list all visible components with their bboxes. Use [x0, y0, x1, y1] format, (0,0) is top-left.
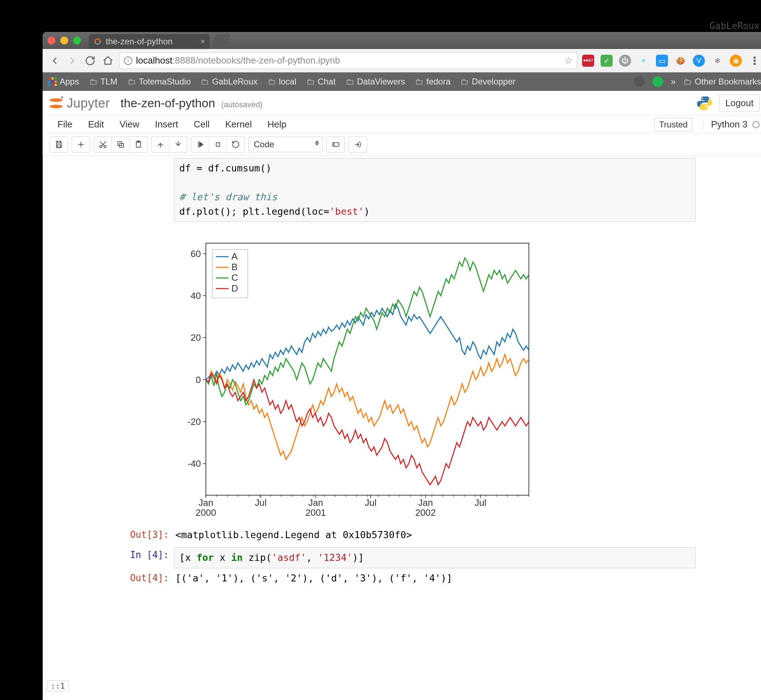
apps-button[interactable]: Apps: [48, 77, 79, 87]
extension-window-icon[interactable]: ▭: [656, 55, 668, 67]
site-info-icon[interactable]: i: [124, 56, 133, 65]
save-button[interactable]: [50, 137, 68, 152]
extension-cookie-icon[interactable]: 🍪: [674, 55, 686, 67]
run-button[interactable]: [191, 137, 209, 152]
move-up-button[interactable]: [152, 137, 169, 152]
svg-text:0: 0: [196, 375, 201, 385]
bookmarks-overflow[interactable]: »: [671, 77, 675, 87]
folder-icon: 🗀: [306, 77, 315, 87]
celltype-select[interactable]: Code: [248, 137, 323, 152]
extension-vimium-icon[interactable]: V: [693, 55, 705, 67]
menu-cell[interactable]: Cell: [186, 119, 217, 130]
svg-rect-3: [58, 141, 60, 143]
svg-text:Jul: Jul: [475, 497, 486, 508]
notebook-title[interactable]: the-zen-of-python (autosaved): [121, 96, 263, 110]
svg-text:Jan: Jan: [418, 497, 433, 508]
menu-kernel[interactable]: Kernel: [217, 119, 259, 130]
other-bookmarks[interactable]: 🗀Other Bookmarks: [683, 77, 761, 87]
output-cell: Out[3]: <matplotlib.legend.Legend at 0x1…: [114, 527, 696, 542]
restart-button[interactable]: [227, 137, 245, 152]
zoom-window-button[interactable]: [73, 37, 81, 44]
svg-text:Jul: Jul: [255, 497, 267, 508]
minimize-window-button[interactable]: [60, 37, 68, 44]
folder-icon: 🗀: [683, 77, 692, 87]
bookmark-folder[interactable]: 🗀TotemaStudio: [127, 77, 191, 87]
move-down-button[interactable]: [169, 137, 187, 152]
menu-insert[interactable]: Insert: [147, 119, 186, 130]
bookmark-star-icon[interactable]: ☆: [564, 55, 572, 66]
interrupt-button[interactable]: [209, 137, 227, 152]
extension-row: •••7 ✓ ⏻ ✶ ▭ 🍪 V ❃ ◉: [582, 54, 761, 67]
code-cell[interactable]: df = df.cumsum() # let's draw this df.pl…: [114, 158, 696, 222]
menu-view[interactable]: View: [112, 119, 147, 130]
folder-icon: 🗀: [415, 77, 423, 87]
trusted-badge[interactable]: Trusted: [655, 118, 692, 131]
browser-tab[interactable]: the-zen-of-python ×: [89, 34, 209, 49]
menu-file[interactable]: File: [50, 119, 80, 130]
add-cell-button[interactable]: [72, 137, 90, 152]
command-palette-button[interactable]: [327, 137, 345, 152]
menu-edit[interactable]: Edit: [80, 119, 112, 130]
autosave-label: (autosaved): [222, 100, 263, 109]
bookmark-folder[interactable]: 🗀Developper: [460, 77, 516, 87]
folder-icon: 🗀: [89, 77, 98, 87]
address-bar[interactable]: i localhost:8888/notebooks/the-zen-of-py…: [119, 53, 577, 69]
svg-text:Jan: Jan: [308, 497, 323, 508]
code-cell[interactable]: In [4]: [x for x in zip('asdf', '1234')]: [114, 547, 696, 568]
paste-button[interactable]: [130, 137, 147, 152]
bookmark-folder[interactable]: 🗀TLM: [89, 77, 117, 87]
status-bar: ::1: [47, 680, 69, 692]
bookmark-folder[interactable]: 🗀GabLeRoux: [200, 77, 257, 87]
kernel-indicator[interactable]: Python 3: [703, 119, 759, 130]
svg-point-1: [754, 60, 755, 61]
reload-button[interactable]: [84, 54, 97, 67]
svg-text:2000: 2000: [195, 507, 216, 518]
share-button[interactable]: [349, 137, 367, 152]
copy-button[interactable]: [112, 137, 130, 152]
svg-text:B: B: [231, 262, 238, 272]
window-titlebar: the-zen-of-python ×: [42, 32, 761, 49]
tab-close-icon[interactable]: ×: [200, 37, 205, 46]
forward-button[interactable]: [66, 54, 79, 67]
browser-menu-icon[interactable]: [748, 54, 761, 67]
close-window-button[interactable]: [48, 37, 55, 44]
extension-lastpass-icon[interactable]: •••7: [582, 55, 594, 67]
code-input[interactable]: [x for x in zip('asdf', '1234')]: [174, 547, 696, 568]
back-button[interactable]: [48, 54, 61, 67]
svg-text:-40: -40: [188, 458, 201, 469]
svg-text:-20: -20: [188, 416, 201, 427]
chart-output: -40-200204060Jan2000JulJan2001JulJan2002…: [174, 236, 536, 520]
svg-text:2001: 2001: [305, 507, 326, 518]
jupyter-logo[interactable]: Jupyter: [50, 96, 110, 111]
new-tab-button[interactable]: [211, 34, 231, 49]
svg-text:C: C: [231, 272, 238, 283]
extension-spotify-icon[interactable]: [652, 76, 663, 87]
extension-octopus-icon[interactable]: ❃: [711, 55, 723, 67]
bookmark-folder[interactable]: 🗀local: [268, 77, 296, 87]
extension-checkmark-icon[interactable]: ✓: [600, 55, 613, 67]
menu-help[interactable]: Help: [260, 119, 294, 130]
logout-button[interactable]: Logout: [719, 94, 759, 112]
tab-title: the-zen-of-python: [106, 37, 172, 47]
bookmark-folder[interactable]: 🗀DataViewers: [346, 77, 405, 87]
bookmark-folder[interactable]: 🗀Chat: [306, 77, 336, 87]
notebook-area: Jupyter the-zen-of-python (autosaved) Lo…: [42, 91, 761, 700]
extension-dark-icon[interactable]: [634, 76, 645, 87]
svg-text:D: D: [231, 283, 238, 294]
apps-grid-icon: [48, 77, 57, 86]
svg-text:20: 20: [191, 332, 201, 343]
python-logo-icon: [696, 95, 713, 111]
home-button[interactable]: [102, 54, 114, 67]
menu-bar: File Edit View Insert Cell Kernel Help T…: [42, 116, 761, 133]
extension-postman-icon[interactable]: ◉: [730, 55, 742, 67]
bookmark-folder[interactable]: 🗀fedora: [415, 77, 450, 87]
cut-button[interactable]: [94, 137, 112, 152]
jupyter-word: Jupyter: [67, 96, 110, 111]
out-prompt: Out[3]:: [114, 527, 174, 542]
extension-power-icon[interactable]: ⏻: [619, 55, 631, 67]
svg-rect-19: [333, 143, 339, 146]
browser-toolbar: i localhost:8888/notebooks/the-zen-of-py…: [42, 49, 761, 72]
svg-point-2: [754, 63, 755, 64]
extension-react-icon[interactable]: ✶: [638, 55, 650, 67]
code-input[interactable]: df = df.cumsum() # let's draw this df.pl…: [174, 158, 696, 222]
